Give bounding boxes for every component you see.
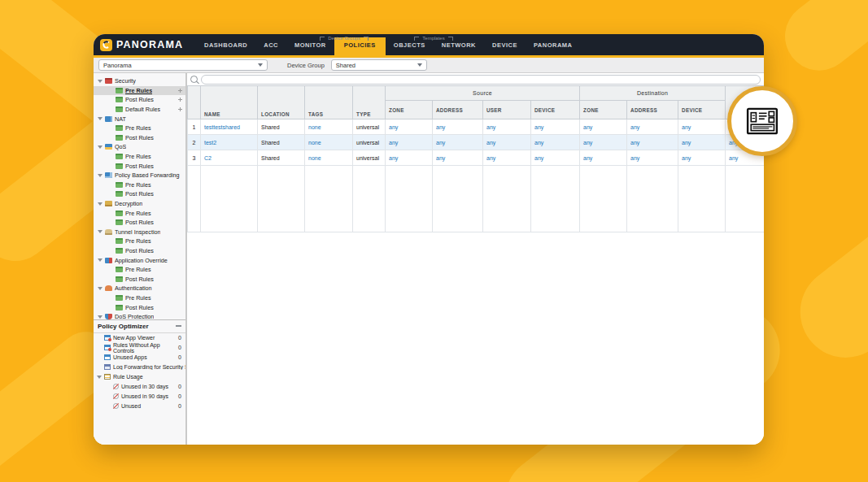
optimizer-item-log-forwarding[interactable]: Log Forwarding for Security Ser bbox=[94, 363, 185, 372]
rule-source-address-link[interactable]: any bbox=[433, 150, 483, 166]
optimizer-item-unused-apps[interactable]: Unused Apps0 bbox=[94, 353, 185, 363]
tree-item-security-pre-rules[interactable]: Pre Rules bbox=[94, 86, 185, 96]
tree-item-auth-pre-rules[interactable]: Pre Rules bbox=[94, 293, 185, 303]
optimizer-item-unused-30-days[interactable]: Unused in 30 days0 bbox=[94, 382, 185, 392]
tree-item-auth-post-rules[interactable]: Post Rules bbox=[94, 302, 185, 312]
rule-source-zone-link[interactable]: any bbox=[386, 135, 433, 150]
rule-source-device-link[interactable]: any bbox=[531, 150, 580, 166]
tree-item-decryption-post-rules[interactable]: Post Rules bbox=[94, 218, 185, 228]
tree-item-tunnel-post-rules[interactable]: Post Rules bbox=[94, 246, 185, 256]
chevron-down-icon[interactable] bbox=[98, 117, 103, 120]
chevron-down-icon[interactable] bbox=[98, 287, 103, 290]
chevron-down-icon[interactable] bbox=[98, 80, 103, 83]
rule-tags-link[interactable]: none bbox=[305, 135, 353, 150]
tab-panorama[interactable]: PANORAMA bbox=[526, 37, 581, 55]
tree-item-nat-pre-rules[interactable]: Pre Rules bbox=[94, 124, 185, 133]
optimizer-item-rules-without-app-controls[interactable]: Rules Without App Controls0 bbox=[94, 343, 185, 353]
rule-name-link[interactable]: C2 bbox=[201, 150, 258, 166]
column-header-source-zone[interactable]: ZONE bbox=[386, 101, 433, 119]
tree-item-decryption[interactable]: Decryption bbox=[94, 199, 185, 209]
tab-acc[interactable]: ACC bbox=[255, 37, 286, 55]
rule-source-address-link[interactable]: any bbox=[433, 135, 483, 150]
column-header-type[interactable]: TYPE bbox=[353, 86, 386, 119]
tree-item-pbf-pre-rules[interactable]: Pre Rules bbox=[94, 180, 185, 190]
tree-item-authentication[interactable]: Authentication bbox=[94, 284, 185, 293]
chevron-down-icon[interactable] bbox=[98, 145, 103, 149]
tree-item-application-override[interactable]: Application Override bbox=[94, 255, 185, 265]
rule-dest-device-link[interactable]: any bbox=[678, 119, 726, 135]
column-header-dest-device[interactable]: DEVICE bbox=[678, 101, 726, 119]
rules-table-icon bbox=[116, 219, 123, 225]
tab-device[interactable]: DEVICE bbox=[484, 37, 526, 55]
chevron-down-icon[interactable] bbox=[97, 376, 102, 379]
tree-item-security-default-rules[interactable]: Default Rules bbox=[94, 105, 185, 115]
rule-dest-zone-link[interactable]: any bbox=[580, 119, 627, 135]
tab-dashboard[interactable]: DASHBOARD bbox=[196, 37, 255, 55]
tree-item-decryption-pre-rules[interactable]: Pre Rules bbox=[94, 208, 185, 218]
chevron-down-icon[interactable] bbox=[98, 174, 103, 177]
tree-item-appoverride-pre-rules[interactable]: Pre Rules bbox=[94, 265, 185, 275]
chevron-down-icon[interactable] bbox=[98, 258, 103, 262]
tree-item-security[interactable]: Security bbox=[94, 76, 185, 86]
table-row[interactable]: 2 test2 Shared none universal any any an… bbox=[188, 135, 765, 150]
rule-dest-zone-link[interactable]: any bbox=[580, 150, 627, 166]
rule-name-link[interactable]: testtestshared bbox=[201, 119, 258, 135]
optimizer-item-rule-usage[interactable]: Rule Usage bbox=[94, 372, 185, 382]
tree-item-qos[interactable]: QoS bbox=[94, 142, 185, 152]
rule-source-device-link[interactable]: any bbox=[531, 119, 580, 135]
device-group-select[interactable]: Shared bbox=[331, 59, 427, 71]
column-header-tags[interactable]: TAGS bbox=[305, 86, 353, 119]
table-row[interactable]: 3 C2 Shared none universal any any any a… bbox=[188, 150, 765, 166]
tree-item-qos-post-rules[interactable]: Post Rules bbox=[94, 161, 185, 171]
column-header-location[interactable]: LOCATION bbox=[258, 86, 305, 119]
rule-source-device-link[interactable]: any bbox=[531, 135, 580, 150]
tree-item-security-post-rules[interactable]: Post Rules bbox=[94, 95, 185, 105]
rule-dest-device-link[interactable]: any bbox=[678, 135, 726, 150]
tree-item-appoverride-post-rules[interactable]: Post Rules bbox=[94, 274, 185, 284]
chevron-down-icon[interactable] bbox=[98, 315, 103, 319]
table-row[interactable]: 1 testtestshared Shared none universal a… bbox=[188, 119, 765, 135]
search-input[interactable] bbox=[201, 75, 761, 85]
tree-item-tunnel-pre-rules[interactable]: Pre Rules bbox=[94, 237, 185, 246]
column-header-source-address[interactable]: ADDRESS bbox=[433, 101, 483, 119]
column-header-source-device[interactable]: DEVICE bbox=[531, 101, 580, 119]
rule-source-zone-link[interactable]: any bbox=[386, 150, 433, 166]
optimizer-item-unused-90-days[interactable]: Unused in 90 days0 bbox=[94, 392, 185, 402]
chevron-down-icon[interactable] bbox=[98, 230, 103, 233]
tree-item-pbf-post-rules[interactable]: Post Rules bbox=[94, 189, 185, 199]
tree-item-nat-post-rules[interactable]: Post Rules bbox=[94, 133, 185, 143]
tree-item-dos-protection[interactable]: DoS Protection bbox=[94, 312, 185, 319]
collapse-icon[interactable] bbox=[176, 325, 181, 327]
top-navbar: PANORAMA DASHBOARD ACC MONITOR POLICIES … bbox=[94, 34, 764, 55]
column-header-dest-zone[interactable]: ZONE bbox=[580, 101, 627, 119]
tree-item-qos-pre-rules[interactable]: Pre Rules bbox=[94, 152, 185, 162]
column-header-name[interactable]: NAME bbox=[201, 86, 258, 119]
rule-source-user-link[interactable]: any bbox=[483, 119, 531, 135]
rule-dest-address-link[interactable]: any bbox=[627, 119, 678, 135]
plus-icon[interactable] bbox=[178, 89, 182, 93]
context-select[interactable]: Panorama bbox=[98, 59, 268, 71]
rule-source-user-link[interactable]: any bbox=[483, 150, 531, 166]
column-header-dest-address[interactable]: ADDRESS bbox=[627, 101, 678, 119]
chevron-down-icon[interactable] bbox=[98, 202, 103, 206]
rule-tags-link[interactable]: none bbox=[305, 119, 353, 135]
optimizer-count: 0 bbox=[178, 384, 185, 389]
tree-item-nat[interactable]: NAT bbox=[94, 114, 185, 124]
tree-label: Pre Rules bbox=[125, 266, 151, 273]
rule-dest-address-link[interactable]: any bbox=[627, 150, 678, 166]
rule-name-link[interactable]: test2 bbox=[201, 135, 258, 150]
plus-icon[interactable] bbox=[178, 98, 182, 102]
rule-dest-device-link[interactable]: any bbox=[678, 150, 726, 166]
plus-icon[interactable] bbox=[178, 107, 182, 111]
optimizer-item-unused[interactable]: Unused0 bbox=[94, 402, 185, 411]
rule-source-zone-link[interactable]: any bbox=[386, 119, 433, 135]
tree-item-policy-based-forwarding[interactable]: Policy Based Forwarding bbox=[94, 171, 185, 180]
rule-dest-address-link[interactable]: any bbox=[627, 135, 678, 150]
rule-source-user-link[interactable]: any bbox=[483, 135, 531, 150]
rule-tags-link[interactable]: none bbox=[305, 150, 353, 166]
rule-dest-zone-link[interactable]: any bbox=[580, 135, 627, 150]
rules-table-icon bbox=[116, 267, 123, 272]
tree-item-tunnel-inspection[interactable]: Tunnel Inspection bbox=[94, 228, 185, 237]
column-header-source-user[interactable]: USER bbox=[483, 101, 531, 119]
rule-source-address-link[interactable]: any bbox=[433, 119, 483, 135]
